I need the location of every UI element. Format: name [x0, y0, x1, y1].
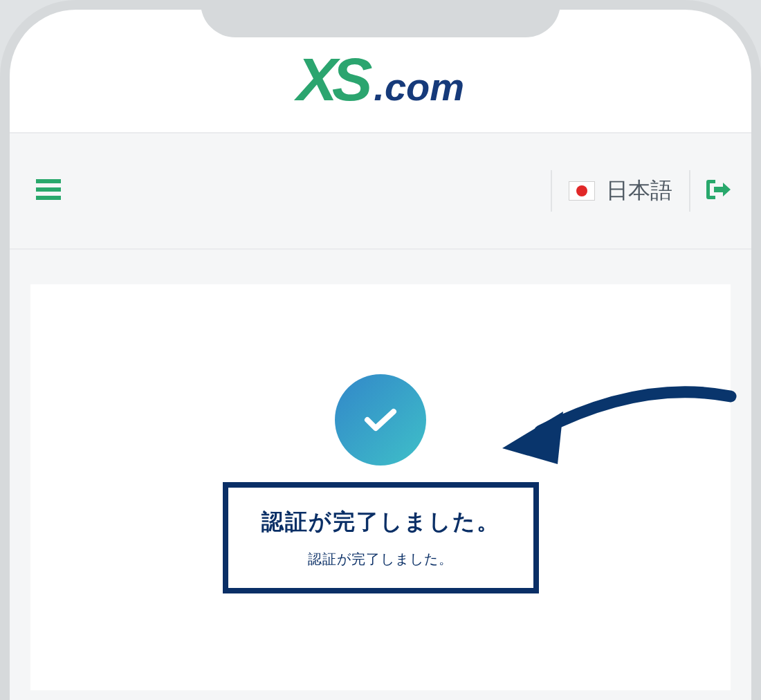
flag-dot [576, 185, 587, 196]
annotation-arrow-icon [475, 383, 737, 482]
content-area: 認証が完了しました。 認証が完了しました。 [10, 250, 751, 700]
phone-notch [201, 0, 560, 37]
nav-right-section: 日本語 [551, 170, 732, 212]
message-subtitle: 認証が完了しました。 [262, 550, 500, 569]
navigation-bar: 日本語 [10, 132, 751, 250]
success-check-icon [335, 374, 426, 466]
message-title: 認証が完了しました。 [262, 507, 500, 537]
logout-icon[interactable] [690, 172, 732, 210]
logo-text-xs: XS [297, 44, 367, 115]
logo-text-com: .com [374, 64, 464, 109]
svg-rect-1 [36, 187, 61, 192]
japan-flag-icon [569, 181, 595, 201]
language-label: 日本語 [606, 176, 672, 206]
phone-frame: XS .com 日本語 [0, 0, 761, 700]
svg-rect-2 [36, 196, 61, 200]
svg-rect-0 [36, 179, 61, 183]
verification-message-box: 認証が完了しました。 認証が完了しました。 [223, 482, 539, 593]
xs-logo: XS .com [297, 44, 464, 115]
hamburger-menu-icon[interactable] [29, 172, 68, 210]
content-card: 認証が完了しました。 認証が完了しました。 [30, 284, 731, 690]
language-selector[interactable]: 日本語 [551, 170, 690, 212]
